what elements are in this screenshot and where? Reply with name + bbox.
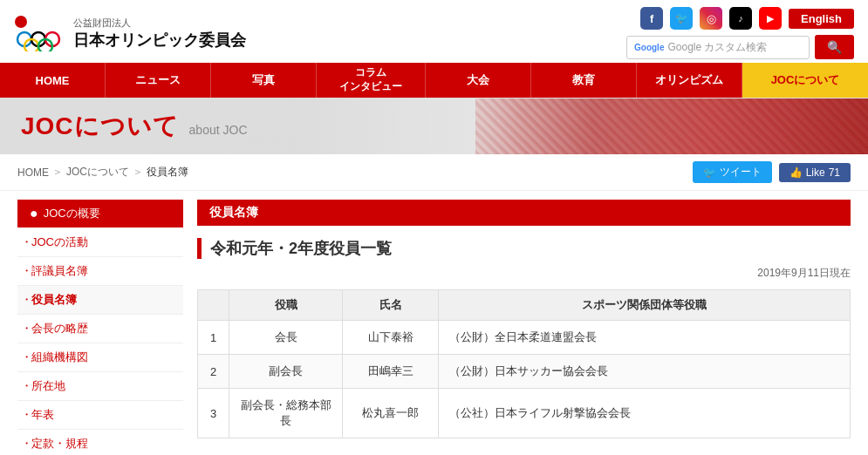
page-banner: JOCについて about JOC bbox=[0, 98, 868, 154]
sidebar-top-item[interactable]: ● JOCの概要 bbox=[17, 200, 183, 228]
sidebar: ● JOCの概要 ・ JOCの活動 ・ 評議員名簿 ・ 役員名簿 ・ 会長の略歴… bbox=[17, 200, 183, 455]
col-role: 役職 bbox=[229, 290, 343, 321]
crowd-sim bbox=[475, 98, 868, 154]
nav-news[interactable]: ニュース bbox=[106, 63, 211, 98]
like-count: 71 bbox=[829, 166, 840, 179]
row1-num: 1 bbox=[198, 321, 229, 355]
content-area: 役員名簿 令和元年・2年度役員一覧 2019年9月11日現在 役職 氏名 スポー… bbox=[197, 200, 851, 455]
sidebar-item-org[interactable]: ・ 組織機構図 bbox=[17, 343, 183, 372]
breadcrumb-sep-1: ＞ bbox=[52, 165, 63, 180]
sidebar-bullet-3: ・ bbox=[21, 292, 32, 308]
twitter-btn-icon: 🐦 bbox=[703, 166, 716, 179]
sidebar-link-org[interactable]: 組織機構図 bbox=[31, 350, 88, 363]
row2-role: 副会長 bbox=[229, 355, 343, 389]
tweet-button[interactable]: 🐦 ツイート bbox=[693, 161, 772, 183]
search-box[interactable]: Google Google カスタム検索 bbox=[626, 36, 810, 59]
sidebar-item-councilors[interactable]: ・ 評議員名簿 bbox=[17, 257, 183, 286]
banner-title-group: JOCについて about JOC bbox=[0, 110, 248, 143]
section-title-bar: 役員名簿 bbox=[197, 200, 851, 226]
row2-org: （公財）日本サッカー協会会長 bbox=[439, 355, 851, 389]
sidebar-bullet-4: ・ bbox=[21, 321, 32, 336]
row3-name: 松丸喜一郎 bbox=[343, 389, 439, 438]
page-title: 令和元年・2年度役員一覧 bbox=[197, 238, 851, 259]
google-label: Google bbox=[634, 43, 664, 52]
sidebar-item-chairhistory[interactable]: ・ 会長の略歴 bbox=[17, 315, 183, 343]
row1-name: 山下泰裕 bbox=[343, 321, 439, 355]
breadcrumb-area: HOME ＞ JOCについて ＞ 役員名簿 🐦 ツイート 👍 Like 71 bbox=[0, 154, 868, 191]
sidebar-link-councilors[interactable]: 評議員名簿 bbox=[31, 264, 88, 277]
sidebar-bullet-6: ・ bbox=[21, 378, 32, 394]
sidebar-item-chronology[interactable]: ・ 年表 bbox=[17, 401, 183, 430]
row1-role: 会長 bbox=[229, 321, 343, 355]
nav-olympism[interactable]: オリンピズム bbox=[637, 63, 742, 98]
sidebar-bullet-5: ・ bbox=[21, 350, 32, 365]
table-header-row: 役職 氏名 スポーツ関係団体等役職 bbox=[198, 290, 851, 321]
search-area: Google Google カスタム検索 🔍 bbox=[626, 35, 854, 59]
row1-org: （公財）全日本柔道連盟会長 bbox=[439, 321, 851, 355]
breadcrumb-current: 役員名簿 bbox=[147, 165, 188, 180]
twitter-icon[interactable]: 🐦 bbox=[670, 7, 693, 30]
sidebar-link-officers[interactable]: 役員名簿 bbox=[31, 293, 77, 306]
like-button[interactable]: 👍 Like 71 bbox=[779, 163, 851, 182]
logo-text-group: 公益財団法人 日本オリンピック委員会 bbox=[73, 17, 246, 51]
sidebar-item-officers[interactable]: ・ 役員名簿 bbox=[17, 286, 183, 315]
sidebar-top-label: JOCの概要 bbox=[44, 206, 100, 221]
logo-main-text: 日本オリンピック委員会 bbox=[73, 30, 246, 51]
social-buttons: 🐦 ツイート 👍 Like 71 bbox=[693, 161, 851, 183]
sidebar-link-articles[interactable]: 定款・規程 bbox=[31, 437, 88, 450]
date-info: 2019年9月11日現在 bbox=[197, 266, 851, 281]
main-content: ● JOCの概要 ・ JOCの活動 ・ 評議員名簿 ・ 役員名簿 ・ 会長の略歴… bbox=[0, 191, 868, 455]
instagram-icon[interactable]: ◎ bbox=[700, 7, 722, 30]
nav-about-joc[interactable]: JOCについて bbox=[742, 63, 868, 98]
sidebar-link-chronology[interactable]: 年表 bbox=[31, 408, 54, 421]
officers-table: 役職 氏名 スポーツ関係団体等役職 1 会長 山下泰裕 （公財）全日本柔道連盟会… bbox=[197, 289, 851, 438]
row3-org: （公社）日本ライフル射撃協会会長 bbox=[439, 389, 851, 438]
header: 公益財団法人 日本オリンピック委員会 f 🐦 ◎ ♪ ▶ English Goo… bbox=[0, 0, 868, 98]
search-placeholder-text: Google カスタム検索 bbox=[667, 40, 802, 55]
tiktok-icon[interactable]: ♪ bbox=[729, 7, 752, 30]
youtube-icon[interactable]: ▶ bbox=[759, 7, 782, 30]
sidebar-link-location[interactable]: 所在地 bbox=[31, 379, 65, 392]
col-name: 氏名 bbox=[343, 290, 439, 321]
table-row: 1 会長 山下泰裕 （公財）全日本柔道連盟会長 bbox=[198, 321, 851, 355]
sidebar-bullet-2: ・ bbox=[21, 263, 32, 279]
sidebar-bullet-8: ・ bbox=[21, 436, 32, 452]
breadcrumb-sep-2: ＞ bbox=[133, 165, 143, 180]
social-and-english: f 🐦 ◎ ♪ ▶ English bbox=[640, 7, 854, 30]
nav-home[interactable]: HOME bbox=[0, 63, 106, 98]
sidebar-bullet-1: ・ bbox=[21, 234, 32, 250]
english-button[interactable]: English bbox=[789, 9, 854, 29]
banner-subtitle: about JOC bbox=[189, 123, 248, 137]
olympic-rings-logo bbox=[14, 15, 66, 51]
nav-events[interactable]: 大会 bbox=[426, 63, 531, 98]
col-org: スポーツ関係団体等役職 bbox=[439, 290, 851, 321]
svg-point-0 bbox=[15, 16, 27, 28]
table-row: 2 副会長 田嶋幸三 （公財）日本サッカー協会会長 bbox=[198, 355, 851, 389]
like-label: Like bbox=[806, 166, 825, 179]
breadcrumb: HOME ＞ JOCについて ＞ 役員名簿 bbox=[17, 165, 188, 180]
sidebar-bullet-7: ・ bbox=[21, 407, 32, 423]
sidebar-item-location[interactable]: ・ 所在地 bbox=[17, 372, 183, 401]
header-right: f 🐦 ◎ ♪ ▶ English Google Google カスタム検索 🔍 bbox=[626, 7, 854, 59]
main-nav: HOME ニュース 写真 コラムインタビュー 大会 教育 オリンピズム JOCに… bbox=[0, 63, 868, 98]
row2-name: 田嶋幸三 bbox=[343, 355, 439, 389]
facebook-icon[interactable]: f bbox=[640, 7, 663, 30]
like-icon: 👍 bbox=[789, 166, 803, 179]
row3-num: 3 bbox=[198, 389, 229, 438]
tweet-label: ツイート bbox=[720, 165, 762, 180]
sidebar-item-activities[interactable]: ・ JOCの活動 bbox=[17, 228, 183, 257]
logo: 公益財団法人 日本オリンピック委員会 bbox=[14, 15, 246, 51]
row2-num: 2 bbox=[198, 355, 229, 389]
sidebar-top-dot: ● bbox=[30, 206, 38, 221]
nav-photo[interactable]: 写真 bbox=[211, 63, 317, 98]
table-row: 3 副会長・総務本部長 松丸喜一郎 （公社）日本ライフル射撃協会会長 bbox=[198, 389, 851, 438]
nav-education[interactable]: 教育 bbox=[531, 63, 637, 98]
logo-subtitle: 公益財団法人 bbox=[73, 17, 246, 30]
nav-column[interactable]: コラムインタビュー bbox=[317, 63, 426, 98]
breadcrumb-home[interactable]: HOME bbox=[17, 166, 49, 179]
sidebar-link-activities[interactable]: JOCの活動 bbox=[31, 235, 88, 248]
sidebar-link-chairhistory[interactable]: 会長の略歴 bbox=[31, 322, 88, 335]
search-button[interactable]: 🔍 bbox=[815, 35, 854, 59]
breadcrumb-section[interactable]: JOCについて bbox=[66, 165, 129, 180]
sidebar-item-articles[interactable]: ・ 定款・規程 bbox=[17, 430, 183, 455]
